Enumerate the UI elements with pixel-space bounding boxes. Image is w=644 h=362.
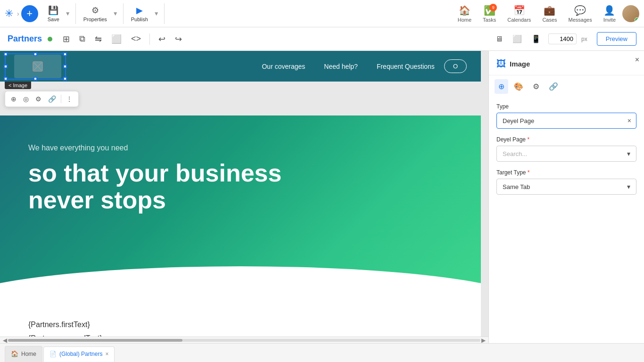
save-icon: 💾 <box>48 5 58 16</box>
panel-content: Type Deyel Page × Deyel Page * Search...… <box>489 98 644 208</box>
right-panel: × 🖼 Image ⊕ 🎨 ⚙ 🔗 Type <box>488 51 644 343</box>
hero-title: so that your businessnever stops <box>28 160 453 214</box>
home-nav-button[interactable]: 🏠 Home <box>453 3 476 25</box>
messages-nav-button[interactable]: 💬 Messages <box>564 3 597 25</box>
redo-button[interactable]: ↪ <box>172 32 185 46</box>
hero-section: We have everything you need so that your… <box>0 115 481 304</box>
cases-nav-icon: 💼 <box>544 5 555 16</box>
handle-tl <box>4 52 8 56</box>
layers-button[interactable]: ⧉ <box>76 32 88 46</box>
nav-logo <box>14 55 61 78</box>
preview-button[interactable]: Preview <box>597 32 636 46</box>
canvas-inner: Our coverages Need help? Frequent Questi… <box>0 51 481 343</box>
type-clear-button[interactable]: × <box>623 113 636 128</box>
deyel-page-placeholder: Search... <box>503 150 527 157</box>
canvas-scrollbar[interactable]: ◀ ▶ <box>0 337 488 343</box>
type-field-group: Type Deyel Page × <box>496 103 636 129</box>
nav-links: Our coverages Need help? Frequent Questi… <box>262 63 434 70</box>
panel-header: 🖼 Image <box>489 51 644 75</box>
navigator-button[interactable]: ⇋ <box>92 32 105 46</box>
deyel-page-required-star: * <box>527 136 529 143</box>
style-tab-icon: 🎨 <box>514 82 523 90</box>
save-button[interactable]: 💾 Save <box>44 3 63 24</box>
handle-br <box>63 77 67 81</box>
canvas-width-input[interactable] <box>548 33 577 44</box>
type-select[interactable]: Deyel Page × <box>496 113 636 129</box>
nav-link-faq[interactable]: Frequent Questions <box>377 63 435 70</box>
web-navigation: Our coverages Need help? Frequent Questi… <box>0 51 481 82</box>
separator-1 <box>149 33 150 45</box>
logo-icon: ✳ <box>5 8 13 20</box>
scrollbar-thumb[interactable] <box>8 339 182 342</box>
publish-group: ▶ Publish ▼ <box>127 3 165 24</box>
select-button[interactable]: ⬜ <box>108 32 124 46</box>
partners-tab-label: (Global) Partners <box>59 351 102 357</box>
publish-button[interactable]: ▶ Publish <box>127 3 152 24</box>
code-view-button[interactable]: <> <box>128 32 144 46</box>
canvas-scroll[interactable]: Our coverages Need help? Frequent Questi… <box>0 51 488 343</box>
user-avatar[interactable] <box>622 5 639 22</box>
handle-ml <box>4 65 8 68</box>
nav-cta-button[interactable]: O <box>444 59 467 73</box>
panel-close-button[interactable]: × <box>635 56 639 64</box>
home-tab-icon: 🏠 <box>11 350 18 357</box>
nav-link-help[interactable]: Need help? <box>324 63 358 70</box>
scroll-left-arrow[interactable]: ◀ <box>2 337 8 344</box>
float-link-button[interactable]: 🔗 <box>45 93 59 105</box>
float-position-button[interactable]: ⊕ <box>8 93 19 105</box>
partners-tab-icon: 📄 <box>50 351 57 357</box>
properties-group: ⚙ Properties ▼ <box>80 3 124 24</box>
desktop-view-button[interactable]: 🖥 <box>492 33 507 45</box>
viewport-buttons: 🖥 ⬜ 📱 <box>492 33 545 45</box>
scrollbar-track[interactable] <box>8 339 480 342</box>
canvas-area: Our coverages Need help? Frequent Questi… <box>0 51 488 343</box>
invite-nav-button[interactable]: 👤 Invite <box>599 3 620 25</box>
grid-view-button[interactable]: ⊞ <box>60 32 73 46</box>
publish-dropdown[interactable]: ▼ <box>153 8 160 19</box>
scroll-right-arrow[interactable]: ▶ <box>480 337 487 344</box>
cases-nav-button[interactable]: 💼 Cases <box>537 3 561 25</box>
tasks-nav-button[interactable]: ✅ 9 Tasks <box>478 3 501 25</box>
invite-nav-icon: 👤 <box>603 5 615 16</box>
target-type-value: Same Tab <box>503 183 530 190</box>
save-group: 💾 Save ▼ <box>44 3 76 24</box>
tab-global-partners[interactable]: 📄 (Global) Partners × <box>43 346 115 362</box>
link-tab-icon: 🔗 <box>549 82 558 90</box>
tab-style[interactable]: 🎨 <box>510 79 527 94</box>
panel-tab-bar: ⊕ 🎨 ⚙ 🔗 <box>489 75 644 98</box>
calendars-nav-button[interactable]: 📅 Calendars <box>503 3 536 25</box>
home-tab-label: Home <box>21 351 36 357</box>
properties-dropdown[interactable]: ▼ <box>112 8 119 19</box>
tab-position[interactable]: ⊕ <box>495 79 508 94</box>
float-settings-button[interactable]: ⚙ <box>33 93 44 105</box>
tab-link[interactable]: 🔗 <box>545 79 562 94</box>
partners-tab-close[interactable]: × <box>105 351 108 357</box>
target-type-select[interactable]: Same Tab ▾ <box>496 179 636 195</box>
tablet-view-button[interactable]: ⬜ <box>509 33 526 45</box>
tab-home[interactable]: 🏠 Home <box>5 346 42 362</box>
handle-bl <box>4 77 8 81</box>
add-button[interactable]: + <box>21 5 38 22</box>
image-placeholder-icon <box>32 61 43 72</box>
hero-subtitle: We have everything you need <box>28 144 453 152</box>
nav-link-coverages[interactable]: Our coverages <box>262 63 305 70</box>
image-label-text: Image <box>13 82 27 88</box>
undo-button[interactable]: ↩ <box>156 32 168 46</box>
mobile-view-button[interactable]: 📱 <box>528 33 545 45</box>
online-indicator <box>635 17 639 22</box>
properties-button[interactable]: ⚙ Properties <box>80 3 111 24</box>
save-dropdown[interactable]: ▼ <box>64 8 72 19</box>
tab-settings[interactable]: ⚙ <box>529 79 543 94</box>
deyel-page-field-group: Deyel Page * Search... ▾ <box>496 136 636 162</box>
floating-toolbar: ⊕ ◎ ⚙ 🔗 ⋮ <box>5 91 79 107</box>
bottom-tabbar: 🏠 Home 📄 (Global) Partners × <box>0 343 644 362</box>
main-area: Our coverages Need help? Frequent Questi… <box>0 51 644 343</box>
image-label-container: < Image ⊕ ◎ ⚙ 🔗 ⋮ <box>0 82 481 115</box>
properties-icon: ⚙ <box>91 5 99 16</box>
publish-icon: ▶ <box>136 5 143 16</box>
float-style-button[interactable]: ◎ <box>20 93 32 105</box>
deyel-page-chevron: ▾ <box>627 150 630 157</box>
home-nav-icon: 🏠 <box>459 5 471 16</box>
deyel-page-select[interactable]: Search... ▾ <box>496 146 636 162</box>
float-more-button[interactable]: ⋮ <box>63 93 75 105</box>
